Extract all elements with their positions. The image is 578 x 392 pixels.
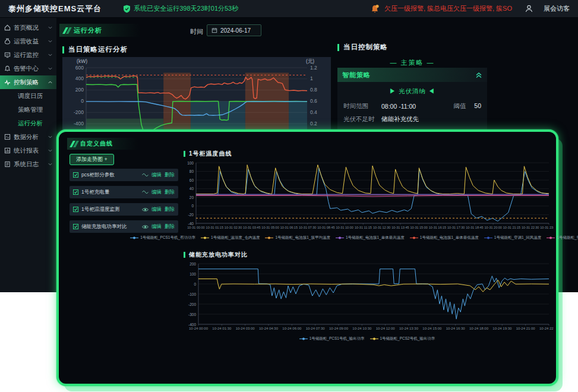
collapse-double-chevron-up-icon[interactable]: [475, 72, 482, 78]
title-bar-accent: [184, 252, 185, 258]
sidebar-item-alerts[interactable]: 告警中心: [0, 62, 56, 75]
svg-text:10-31 13:45: 10-31 13:45: [391, 226, 409, 229]
svg-text:-300: -300: [188, 312, 196, 317]
sidebar-item-system-log[interactable]: 系统日志: [0, 157, 56, 171]
svg-text:0: 0: [191, 204, 194, 208]
sidebar-item-strategy-mgmt[interactable]: 策略管理: [0, 103, 56, 116]
legend-item[interactable]: 1号储能柜_空调1_设定温度: [547, 235, 578, 241]
date-picker[interactable]: 2024-06-17: [207, 24, 261, 36]
delete-button[interactable]: 删除: [165, 189, 175, 196]
tab-custom-curve[interactable]: 自定义曲线: [67, 138, 150, 150]
legend-item[interactable]: 1号储能柜_电池簇1_单体最高温度: [336, 235, 405, 241]
curve-item-power-compare[interactable]: 储能充放电功率对比 编辑 删除: [70, 220, 178, 233]
alarm-bell-icon[interactable]: [370, 4, 380, 14]
legend-item[interactable]: 1号储能柜_PCS1号机_有功功率: [130, 235, 195, 241]
chart1-legend: 1号储能柜_PCS1号机_有功功率1号储能柜_温湿度_仓内温度1号储能柜_电池簇…: [181, 235, 554, 241]
strategy-panel-title: 当日策略运行分析: [62, 45, 128, 54]
svg-text:10-31 01:15: 10-31 01:15: [206, 226, 223, 229]
legend-item[interactable]: 1号储能柜_PCS1号机_输出功率: [299, 336, 365, 342]
checkbox-checked-icon[interactable]: [73, 224, 78, 229]
temperature-chart[interactable]: 100806040200-20-4010-31 00:0010-31 01:15…: [181, 159, 554, 233]
svg-text:0.8: 0.8: [310, 87, 317, 93]
sidebar-item-control-strategy[interactable]: 控制策略: [0, 75, 56, 89]
power-compare-chart[interactable]: 2001000-100-200-300-40010-24 00:0010-24 …: [181, 260, 554, 334]
checkbox-checked-icon[interactable]: [73, 172, 78, 178]
svg-text:10-31 21:15: 10-31 21:15: [503, 226, 520, 229]
svg-text:10-24 18:00: 10-24 18:00: [469, 327, 489, 330]
edit-button[interactable]: 编辑: [151, 189, 162, 196]
sidebar-item-run-analysis[interactable]: 运行分析: [0, 116, 56, 130]
svg-text:-20: -20: [188, 213, 194, 217]
sidebar-item-revenue[interactable]: 运营收益: [0, 34, 56, 48]
curve-item-pcs-params[interactable]: pcs柜部分参数 编辑 删除: [70, 169, 178, 181]
svg-text:200: 200: [75, 87, 84, 93]
svg-text:10-31 12:30: 10-31 12:30: [373, 226, 390, 229]
data-wave-icon: [4, 134, 11, 140]
legend-item[interactable]: 1号储能柜_空调1_回风温度: [484, 235, 541, 241]
svg-text:10-24 15:00: 10-24 15:00: [422, 327, 442, 330]
curve-item-charge-energy[interactable]: 1号柜充电量 编辑 删除: [70, 186, 178, 198]
header-right: 欠压一级报警, 簇总电压欠压一级报警, 簇SO 展会访客: [370, 4, 570, 14]
svg-text:10-31 06:15: 10-31 06:15: [280, 226, 298, 229]
bell-icon: [4, 65, 11, 72]
delete-button[interactable]: 删除: [165, 206, 175, 213]
svg-text:10-31 17:30: 10-31 17:30: [447, 226, 465, 229]
delete-button[interactable]: 删除: [165, 223, 175, 230]
svg-text:1.2: 1.2: [310, 65, 317, 71]
eye-icon: [142, 207, 149, 212]
edit-button[interactable]: 编辑: [151, 223, 162, 230]
legend-item[interactable]: 1号储能柜_电池簇1_簇平均温度: [265, 235, 330, 241]
mode-label: ▶ 光伏消纳 ◀: [337, 87, 487, 96]
svg-text:80: 80: [189, 169, 194, 173]
sidebar-item-monitor[interactable]: 运行监控: [0, 48, 56, 62]
sidebar-item-reports[interactable]: 统计报表: [0, 144, 56, 157]
control-panel-title: 当日控制策略: [337, 43, 388, 52]
safe-run-text: 系统已安全运行398天23时01分53秒: [134, 4, 238, 13]
user-name[interactable]: 展会访客: [544, 4, 570, 13]
chevron-down-icon: [48, 53, 52, 56]
chart2-title: 储能充放电功率对比: [184, 251, 248, 259]
sidebar-item-data-analysis[interactable]: 数据分析: [0, 130, 56, 144]
add-trend-chart-button[interactable]: 添加走势图 +: [70, 154, 114, 165]
svg-text:10-24 01:30: 10-24 01:30: [212, 327, 232, 330]
log-file-icon: [4, 161, 11, 167]
svg-text:600: 600: [75, 65, 84, 71]
chevron-down-icon: [48, 163, 52, 166]
svg-text:10-31 18:45: 10-31 18:45: [466, 226, 483, 229]
app-title: 泰州多储联控EMS云平台: [8, 4, 102, 14]
legend-item[interactable]: 1号储能柜_温湿度_仓内温度: [201, 235, 260, 241]
legend-item[interactable]: 1号储能柜_电池簇1_单体最低温度: [410, 235, 479, 241]
svg-text:-400: -400: [74, 121, 84, 127]
svg-text:10-31 11:15: 10-31 11:15: [355, 226, 372, 229]
checkbox-checked-icon[interactable]: [73, 207, 78, 212]
bar-chart-icon: [4, 147, 11, 154]
checkbox-checked-icon[interactable]: [73, 189, 78, 195]
monitor-icon: [4, 52, 11, 58]
svg-text:10-24 19:30: 10-24 19:30: [492, 327, 512, 330]
svg-text:20: 20: [189, 195, 194, 200]
svg-text:10-31 08:45: 10-31 08:45: [317, 226, 334, 229]
svg-text:100: 100: [189, 272, 196, 276]
svg-text:10-24 16:30: 10-24 16:30: [446, 327, 466, 330]
edit-button[interactable]: 编辑: [151, 206, 162, 213]
strategy-chart[interactable]: 6001.240012000.800.6-2000.4-4000.2-6000(…: [62, 57, 331, 138]
user-icon[interactable]: [525, 5, 533, 12]
chevron-down-icon: [48, 40, 52, 43]
edit-button[interactable]: 编辑: [151, 172, 162, 179]
tab-stripes-icon: [64, 27, 70, 34]
svg-text:-100: -100: [188, 292, 196, 296]
sidebar-item-home[interactable]: 首页概况: [0, 21, 56, 34]
smart-strategy-header[interactable]: 智能策略: [337, 68, 487, 82]
svg-text:200: 200: [189, 262, 196, 266]
alarm-marquee[interactable]: 欠压一级报警, 簇总电压欠压一级报警, 簇SO: [384, 4, 512, 13]
svg-text:-400: -400: [188, 323, 196, 327]
page: 泰州多储联控EMS云平台 系统已安全运行398天23时01分53秒 欠压一级报警…: [0, 0, 578, 392]
tab-run-analysis[interactable]: 运行分析: [59, 24, 154, 37]
sidebar-item-dispatch-calendar[interactable]: 调度日历: [0, 89, 56, 103]
legend-item[interactable]: 1号储能柜_PCS2号机_输出功率: [370, 336, 435, 342]
svg-text:10-31 03:45: 10-31 03:45: [243, 226, 260, 229]
delete-button[interactable]: 删除: [165, 172, 175, 179]
svg-text:40: 40: [189, 186, 194, 191]
chart1-title: 1号柜温度曲线: [184, 150, 232, 158]
curve-item-temp-humidity[interactable]: 1号柜温湿度监测 编辑 删除: [70, 203, 178, 216]
